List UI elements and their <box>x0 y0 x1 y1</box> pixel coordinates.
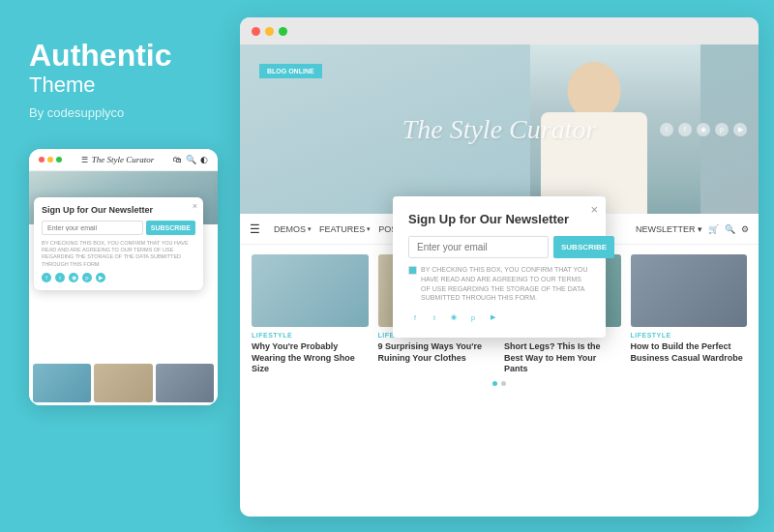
mobile-newsletter-popup: × Sign Up for Our Newsletter SUBSCRIBE B… <box>34 197 203 290</box>
mobile-facebook-icon[interactable]: f <box>42 273 51 282</box>
browser-topbar <box>240 17 759 44</box>
nav-item-features[interactable]: FEATURES ▾ <box>319 224 371 234</box>
card-title-1[interactable]: 9 Surprising Ways You're Ruining Your Cl… <box>378 341 495 364</box>
newsletter-social-row: f t ◉ p ▶ <box>408 310 590 324</box>
newsletter-pinterest-icon[interactable]: p <box>466 310 480 324</box>
card-category-0: LIFESTYLE <box>252 332 369 339</box>
mobile-newsletter-title: Sign Up for Our Newsletter <box>42 205 195 215</box>
nav-newsletter[interactable]: NEWSLETTER ▾ <box>636 224 702 234</box>
carousel-dot-1[interactable] <box>492 381 497 386</box>
nav-item-features-label: FEATURES <box>319 224 365 234</box>
left-panel: Authentic Theme By codesupplyco ☰ The St… <box>0 0 232 532</box>
nav-cart-icon[interactable]: 🛒 <box>708 224 719 234</box>
mobile-subscribe-button[interactable]: SUBSCRIBE <box>146 221 195 235</box>
mobile-youtube-icon[interactable]: ▶ <box>96 273 105 282</box>
mobile-window-dots <box>39 157 62 163</box>
mobile-logo: The Style Curator <box>92 155 155 164</box>
hero-twitter-icon[interactable]: t <box>660 123 673 136</box>
nav-item-demos-label: DEMOS <box>274 224 306 234</box>
mobile-thumb-1 <box>33 364 91 402</box>
nav-search-icon[interactable]: 🔍 <box>725 224 735 234</box>
hero-social-icons: t f ◉ p ▶ <box>660 123 747 136</box>
browser-mockup: BLOG ONLINE The Style Curator t f ◉ p ▶ … <box>240 17 759 517</box>
newsletter-youtube-icon[interactable]: ▶ <box>486 310 499 324</box>
hero-badge: BLOG ONLINE <box>259 64 322 78</box>
mobile-bottom-bar <box>29 361 218 405</box>
mobile-search-icon: 🔍 <box>186 155 196 164</box>
nav-demos-chevron: ▾ <box>308 225 312 233</box>
browser-hero-logo: The Style Curator <box>402 114 597 145</box>
carousel-dot-2[interactable] <box>501 381 506 386</box>
carousel-dots <box>252 381 747 386</box>
browser-hero-person-head <box>568 62 621 120</box>
hero-instagram-icon[interactable]: ◉ <box>697 123 710 136</box>
mobile-topbar: ☰ The Style Curator 🛍 🔍 ◐ <box>29 149 218 171</box>
newsletter-popup: × Sign Up for Our Newsletter SUBSCRIBE B… <box>393 196 606 338</box>
mobile-thumb-2 <box>94 364 152 402</box>
mobile-nav-icons: 🛍 🔍 ◐ <box>173 155 208 164</box>
mobile-mockup: ☰ The Style Curator 🛍 🔍 ◐ × Sign Up for … <box>29 149 218 405</box>
content-card-0: LIFESTYLE Why You're Probably Wearing th… <box>252 254 369 375</box>
newsletter-checkbox[interactable] <box>408 266 417 275</box>
mobile-dot-yellow <box>47 157 53 163</box>
hero-youtube-icon[interactable]: ▶ <box>733 123 747 136</box>
browser-dot-yellow <box>265 27 274 36</box>
newsletter-popup-title: Sign Up for Our Newsletter <box>408 212 590 226</box>
newsletter-checkbox-text: BY CHECKING THIS BOX, YOU CONFIRM THAT Y… <box>421 265 590 303</box>
mobile-thumb-img-3 <box>156 364 214 402</box>
card-image-3 <box>631 254 748 327</box>
mobile-dot-red <box>39 157 45 163</box>
newsletter-twitter-icon[interactable]: t <box>428 310 441 324</box>
newsletter-close-button[interactable]: × <box>590 202 598 217</box>
newsletter-instagram-icon[interactable]: ◉ <box>447 310 461 324</box>
mobile-cart-icon: 🛍 <box>173 155 182 164</box>
hero-pinterest-icon[interactable]: p <box>715 123 729 136</box>
browser-dot-red <box>252 27 260 36</box>
newsletter-checkbox-row: BY CHECKING THIS BOX, YOU CONFIRM THAT Y… <box>408 265 590 303</box>
card-title-3[interactable]: How to Build the Perfect Business Casual… <box>631 341 748 364</box>
mobile-newsletter-close[interactable]: × <box>193 201 197 211</box>
newsletter-facebook-icon[interactable]: f <box>408 310 422 324</box>
nav-newsletter-chevron: ▾ <box>698 224 702 234</box>
brand-subtitle: Theme <box>29 73 203 98</box>
mobile-email-row: SUBSCRIBE <box>42 221 195 235</box>
mobile-thumb-img-2 <box>94 364 152 402</box>
card-title-0[interactable]: Why You're Probably Wearing the Wrong Sh… <box>252 341 369 375</box>
card-image-0 <box>252 254 369 327</box>
newsletter-email-input[interactable] <box>408 236 549 258</box>
mobile-thumb-3 <box>156 364 214 402</box>
brand-title: Authentic <box>29 39 203 73</box>
newsletter-subscribe-button[interactable]: SUBSCRIBE <box>553 236 614 258</box>
mobile-thumb-img-1 <box>33 364 91 402</box>
browser-dot-green <box>279 27 287 36</box>
nav-right: NEWSLETTER ▾ 🛒 🔍 ⚙ <box>636 224 749 234</box>
newsletter-email-row: SUBSCRIBE <box>408 236 590 258</box>
mobile-moon-icon: ◐ <box>200 155 208 164</box>
nav-item-demos[interactable]: DEMOS ▾ <box>274 224 312 234</box>
mobile-pinterest-icon[interactable]: p <box>82 273 92 282</box>
mobile-instagram-icon[interactable]: ◉ <box>69 273 78 282</box>
nav-hamburger-icon[interactable]: ☰ <box>250 222 260 236</box>
mobile-checkbox-text: BY CHECKING THIS BOX, YOU CONFIRM THAT Y… <box>42 240 195 268</box>
content-card-3: LIFESTYLE How to Build the Perfect Busin… <box>631 254 748 375</box>
mobile-twitter-icon[interactable]: t <box>55 273 65 282</box>
nav-features-chevron: ▾ <box>367 225 371 233</box>
mobile-dot-green <box>56 157 62 163</box>
mobile-email-input[interactable] <box>42 221 143 235</box>
card-category-3: LIFESTYLE <box>631 332 748 339</box>
mobile-social-row: f t ◉ p ▶ <box>42 273 195 282</box>
brand-by: By codesupplyco <box>29 105 203 120</box>
nav-settings-icon[interactable]: ⚙ <box>741 224 749 234</box>
card-title-2[interactable]: Short Legs? This Is the Best Way to Hem … <box>504 341 621 375</box>
browser-hero: BLOG ONLINE The Style Curator t f ◉ p ▶ <box>240 44 759 214</box>
browser-window-dots <box>252 27 287 36</box>
hero-facebook-icon[interactable]: f <box>678 123 692 136</box>
